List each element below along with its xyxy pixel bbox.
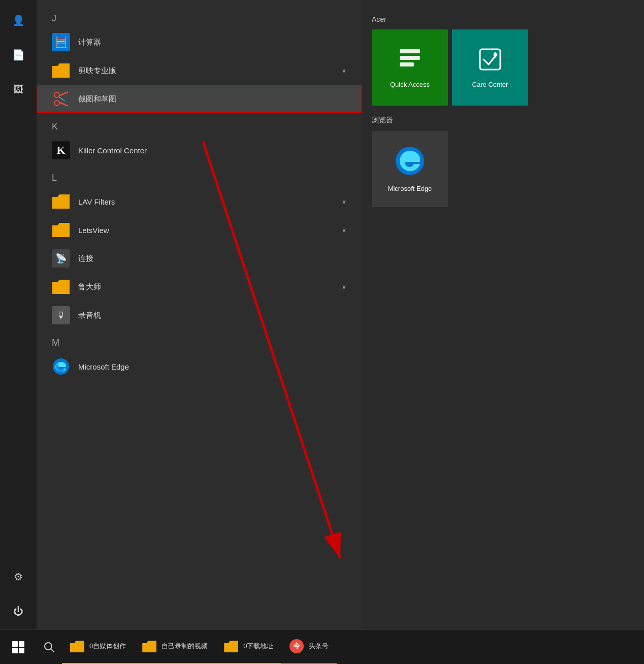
document-icon[interactable]: 📄 [8,45,28,65]
edge-tile-icon [395,146,425,181]
chevron-down-icon: ∨ [342,226,346,234]
settings-icon[interactable]: ⚙ [8,567,28,587]
list-item[interactable]: Microsoft Edge [37,352,362,381]
care-center-tile[interactable]: Care Center [452,29,528,106]
snip-sketch-item[interactable]: 截图和草图 [37,85,362,113]
folder-icon [52,192,70,211]
svg-line-4 [59,97,65,101]
windows-logo-icon [12,641,24,653]
toutiao-icon: 今 [289,639,304,653]
list-item[interactable]: 🧮 计算器 [37,28,362,56]
start-menu: 👤 📄 🖼 ⚙ ⏻ J 🧮 计算器 剪映专业版 ∨ [0,0,644,629]
list-item[interactable]: 📡 连接 [37,244,362,273]
svg-rect-9 [400,56,420,60]
app-list: J 🧮 计算器 剪映专业版 ∨ [37,0,362,629]
list-item[interactable]: K Killer Control Center [37,136,362,164]
folder-icon [52,61,70,80]
tile-label: Quick Access [390,81,430,88]
svg-point-0 [54,92,59,97]
folder-icon [224,640,238,652]
snip-sketch-icon [52,90,70,108]
pictures-icon[interactable]: 🖼 [8,79,28,99]
app-label: LetsView [78,226,109,235]
folder-icon [142,640,156,652]
edge-icon [52,357,70,376]
calculator-icon: 🧮 [52,33,70,51]
section-k: K [37,113,362,136]
list-item[interactable]: LAV Filters ∨ [37,187,362,216]
tile-label: Care Center [472,81,508,88]
taskbar-item-downloads[interactable]: 0下载地址 [216,630,281,665]
section-j: J [37,5,362,28]
taskbar-item-label: 自己录制的视频 [162,642,208,651]
search-button[interactable] [37,630,62,665]
section-l: L [37,164,362,187]
app-label: 计算器 [78,38,101,47]
folder-icon [70,640,84,652]
list-item[interactable]: LetsView ∨ [37,216,362,244]
killer-icon: K [52,141,70,159]
list-item[interactable]: 鲁大师 ∨ [37,273,362,301]
svg-text:K: K [56,144,65,156]
app-label: Killer Control Center [78,146,147,155]
list-item[interactable]: 🎙 录音机 [37,301,362,329]
svg-line-2 [59,92,68,96]
taskbar-item-videos[interactable]: 自己录制的视频 [134,630,216,665]
app-label: 连接 [78,254,93,263]
taskbar-item-label: 头条号 [309,642,329,651]
browser-section-label: 浏览器 [372,116,634,125]
section-m: M [37,329,362,352]
app-label: Microsoft Edge [78,362,129,371]
edge-tile[interactable]: Microsoft Edge [372,131,448,207]
care-center-icon [477,47,503,77]
folder-icon [52,278,70,296]
list-item[interactable]: 剪映专业版 ∨ [37,56,362,85]
sidebar: 👤 📄 🖼 ⚙ ⏻ [0,0,37,629]
connect-icon: 📡 [52,249,70,268]
app-label: 鲁大师 [78,282,101,292]
browser-tiles-row: Microsoft Edge [372,131,634,207]
taskbar-item-toutiao[interactable]: 今 头条号 [281,630,337,665]
tile-label: Microsoft Edge [388,185,432,192]
app-label: 截图和草图 [78,94,116,104]
app-label: LAV Filters [78,197,115,206]
chevron-down-icon: ∨ [342,283,346,290]
user-icon[interactable]: 👤 [8,10,28,30]
acer-tiles-row: Quick Access Care Center [372,29,634,106]
taskbar: 0自媒体创作 自己录制的视频 0下载地址 今 头条号 [0,629,644,664]
recorder-icon: 🎙 [52,306,70,324]
svg-point-1 [54,101,59,106]
svg-rect-10 [400,62,414,67]
app-label: 录音机 [78,311,101,320]
chevron-down-icon: ∨ [342,198,346,205]
acer-section-label: Acer [372,15,634,23]
quick-access-tile[interactable]: Quick Access [372,29,448,106]
quick-access-icon [397,47,423,77]
taskbar-item-label: 0下载地址 [243,642,273,651]
svg-line-16 [51,649,54,652]
tiles-area: Acer Quick Access [362,0,644,629]
folder-icon [52,221,70,239]
chevron-down-icon: ∨ [342,67,346,74]
start-button[interactable] [0,630,37,665]
taskbar-item-media[interactable]: 0自媒体创作 [62,630,134,665]
app-label: 剪映专业版 [78,66,116,76]
svg-rect-8 [400,49,420,53]
power-icon[interactable]: ⏻ [8,601,28,621]
svg-line-3 [59,102,68,106]
taskbar-item-label: 0自媒体创作 [89,642,126,651]
